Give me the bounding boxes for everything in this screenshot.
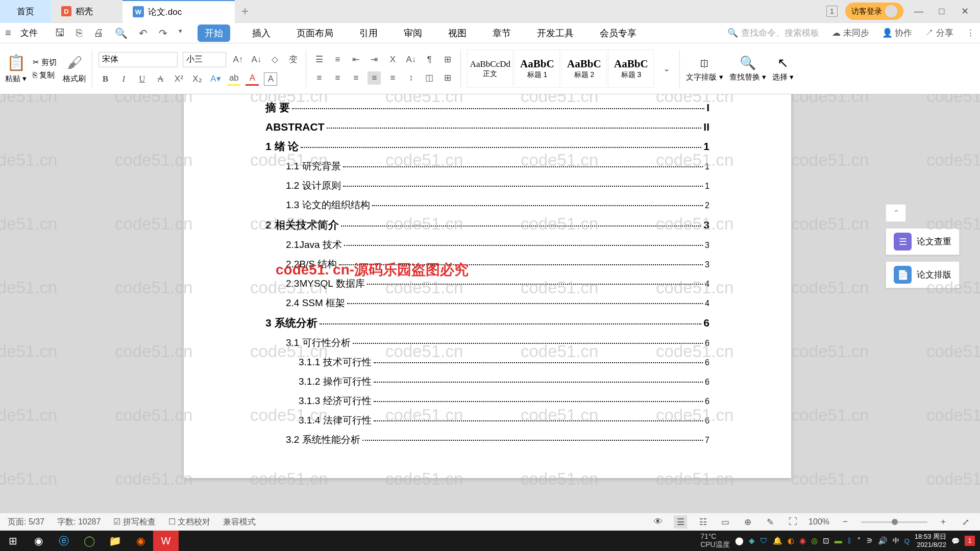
ime-indicator[interactable]: 中 — [893, 536, 899, 545]
phonetic-icon[interactable]: 变 — [286, 53, 300, 66]
text-layout-icon[interactable]: ⎅ — [700, 55, 708, 71]
line-spacing-icon[interactable]: ↕ — [404, 71, 418, 85]
hamburger-icon[interactable]: ≡ — [5, 27, 11, 39]
word-count[interactable]: 字数: 10287 — [57, 517, 101, 528]
save-icon[interactable]: 🖫 — [55, 27, 65, 39]
style-item-0[interactable]: AaBbCcDd正文 — [467, 49, 513, 88]
style-item-1[interactable]: AaBbC标题 1 — [514, 49, 560, 88]
tab-home[interactable]: 首页 — [0, 0, 51, 23]
page-indicator[interactable]: 页面: 5/37 — [8, 517, 44, 528]
clock[interactable]: 18:53 周日 2021/8/22 — [915, 533, 946, 548]
menu-file[interactable]: 文件 — [20, 27, 38, 39]
annotation-icon[interactable]: ✎ — [764, 515, 777, 529]
zoom-slider[interactable] — [861, 521, 927, 523]
font-color-icon[interactable]: A — [246, 72, 259, 86]
page-view-icon[interactable]: ☰ — [674, 515, 687, 529]
window-count[interactable]: 1 — [826, 6, 838, 17]
plagiarism-check-button[interactable]: ☰ 论文查重 — [886, 228, 960, 255]
format-painter-icon[interactable]: 🖌 — [67, 54, 82, 71]
export-icon[interactable]: ⎘ — [76, 27, 82, 39]
italic-button[interactable]: I — [117, 72, 130, 86]
distribute-icon[interactable]: ≡ — [386, 71, 399, 85]
find-replace-button[interactable]: 查找替换 ▾ — [729, 72, 766, 82]
font-size-select[interactable] — [183, 52, 226, 67]
share-button[interactable]: ↗ 分享 — [925, 27, 953, 39]
tray-icon[interactable]: ◉ — [799, 536, 806, 545]
redo-icon[interactable]: ↷ — [159, 27, 167, 39]
tray-up-icon[interactable]: ˄ — [857, 536, 861, 545]
task-obs-icon[interactable]: ◉ — [26, 531, 51, 551]
superscript-button[interactable]: X² — [172, 72, 185, 86]
thesis-layout-button[interactable]: 📄 论文排版 — [886, 261, 960, 288]
font-select[interactable] — [99, 52, 178, 67]
menu-tab-2[interactable]: 页面布局 — [292, 24, 337, 42]
preview-icon[interactable]: 🔍 — [115, 27, 128, 39]
text-layout-button[interactable]: 文字排版 ▾ — [686, 72, 723, 82]
outline-view-icon[interactable]: ☷ — [696, 515, 709, 529]
menu-tab-0[interactable]: 开始 — [198, 24, 230, 42]
format-painter-button[interactable]: 格式刷 — [63, 74, 86, 84]
task-ie-icon[interactable]: ⓔ — [51, 531, 77, 551]
bullet-list-icon[interactable]: ☰ — [312, 53, 326, 66]
task-edge-icon[interactable]: ◯ — [77, 531, 102, 551]
align-right-icon[interactable]: ≡ — [349, 71, 362, 85]
style-item-3[interactable]: AaBbC标题 3 — [608, 49, 654, 88]
number-list-icon[interactable]: ≡ — [331, 53, 344, 66]
style-item-2[interactable]: AaBbC标题 2 — [561, 49, 607, 88]
zoom-in-icon[interactable]: + — [937, 515, 950, 529]
qat-dropdown-icon[interactable]: ▾ — [179, 27, 182, 39]
guest-login[interactable]: 访客登录 — [845, 3, 903, 20]
grow-font-icon[interactable]: A↑ — [231, 53, 244, 66]
command-search[interactable]: 🔍 查找命令、搜索模板 — [727, 27, 819, 39]
menu-more-icon[interactable]: ⋮ — [966, 28, 975, 38]
tray-icon[interactable]: ▬ — [835, 536, 842, 545]
coop-button[interactable]: 👤 协作 — [882, 27, 913, 39]
tray-icon[interactable]: 🔔 — [773, 536, 782, 545]
sort-icon[interactable]: A↓ — [404, 53, 418, 66]
find-icon[interactable]: 🔍 — [740, 55, 756, 71]
document-canvas[interactable]: code51. cn-源码乐园盗图必究 摘 要IABSTRACTII1 绪 论1… — [0, 94, 980, 528]
menu-tab-5[interactable]: 视图 — [444, 24, 471, 42]
menu-tab-4[interactable]: 审阅 — [400, 24, 426, 42]
menu-tab-1[interactable]: 插入 — [248, 24, 275, 42]
action-center-icon[interactable]: 💬 — [951, 537, 960, 545]
spell-check-toggle[interactable]: ☑ 拼写检查 — [113, 517, 155, 528]
task-wps-icon[interactable]: W — [153, 531, 179, 551]
align-justify-icon[interactable]: ≡ — [368, 71, 381, 85]
wifi-icon[interactable]: ⚞ — [866, 536, 873, 545]
shading-icon[interactable]: ◫ — [423, 71, 436, 85]
menu-tab-7[interactable]: 开发工具 — [533, 24, 578, 42]
fit-icon[interactable]: ⛶ — [786, 515, 799, 529]
tray-qq-icon[interactable]: Q — [904, 537, 910, 545]
bluetooth-icon[interactable]: ᛒ — [847, 536, 852, 545]
fullscreen-icon[interactable]: ⤢ — [959, 515, 972, 529]
start-button[interactable]: ⊞ — [0, 531, 26, 551]
tray-icon[interactable]: 🛡 — [760, 536, 768, 545]
eye-icon[interactable]: 👁 — [651, 515, 665, 529]
minimize-button[interactable]: — — [911, 4, 926, 19]
menu-tab-6[interactable]: 章节 — [488, 24, 515, 42]
indent-icon[interactable]: ⇥ — [368, 53, 381, 66]
select-button[interactable]: 选择 ▾ — [772, 72, 794, 82]
tray-icon[interactable]: ⊡ — [823, 536, 829, 545]
menu-tab-8[interactable]: 会员专享 — [596, 24, 641, 42]
maximize-button[interactable]: □ — [934, 4, 949, 19]
align-center-icon[interactable]: ≡ — [331, 71, 344, 85]
text-effect-icon[interactable]: A▾ — [209, 72, 222, 86]
read-view-icon[interactable]: ▭ — [719, 515, 732, 529]
show-marks-icon[interactable]: ¶ — [423, 53, 436, 66]
tab-daoke[interactable]: D 稻壳 — [51, 0, 122, 23]
asian-layout-icon[interactable]: X — [386, 53, 399, 66]
system-tray[interactable]: ⬤ ◆ 🛡 🔔 ◐ ◉ ◎ ⊡ ▬ ᛒ ˄ ⚞ 🔊 — [735, 536, 888, 545]
task-explorer-icon[interactable]: 📁 — [102, 531, 128, 551]
zoom-out-icon[interactable]: − — [839, 515, 852, 529]
tab-document[interactable]: W 论文.doc — [122, 0, 235, 23]
task-app-icon[interactable]: ◉ — [128, 531, 153, 551]
paste-icon[interactable]: 📋 — [7, 54, 26, 71]
notification-badge[interactable]: 1 — [965, 536, 975, 546]
tray-icon[interactable]: ⬤ — [735, 536, 744, 545]
sync-status[interactable]: ☁ 未同步 — [832, 27, 869, 39]
bold-button[interactable]: B — [99, 72, 112, 86]
align-left-icon[interactable]: ≡ — [312, 71, 326, 85]
underline-button[interactable]: U — [135, 72, 149, 86]
